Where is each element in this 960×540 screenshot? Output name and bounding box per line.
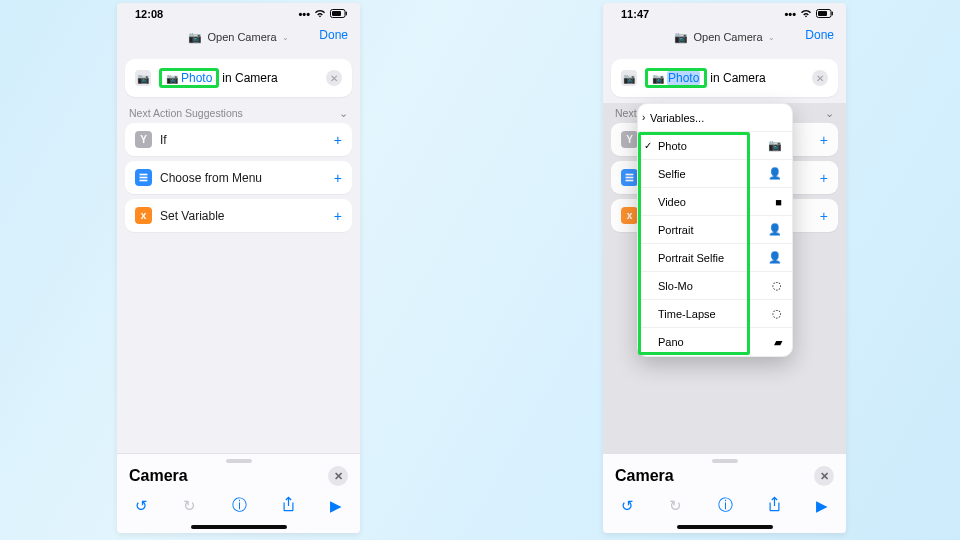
- mode-option-photo[interactable]: ✓ Photo 📷: [638, 132, 792, 160]
- bottom-title: Camera: [129, 467, 188, 485]
- row-label: Set Variable: [160, 209, 224, 223]
- mode-option-slomo[interactable]: Slo-Mo ◌: [638, 272, 792, 300]
- camera-icon: 📷: [768, 139, 782, 152]
- suggestions-list: Y If + ☰ Choose from Menu + x Set Variab…: [125, 123, 352, 232]
- mode-option-pano[interactable]: Pano ▰: [638, 328, 792, 356]
- variable-icon: x: [621, 207, 638, 224]
- camera-icon: 📷: [188, 31, 202, 44]
- clock: 12:08: [135, 8, 163, 20]
- bottom-title: Camera: [615, 467, 674, 485]
- home-indicator: [191, 525, 287, 529]
- chevron-right-icon: ›: [642, 112, 645, 123]
- mode-token[interactable]: 📷 Photo: [645, 68, 707, 88]
- option-label: Video: [658, 196, 686, 208]
- share-button[interactable]: [282, 496, 295, 515]
- grabber[interactable]: [712, 459, 738, 463]
- header: 📷 Open Camera ⌄ Done: [603, 21, 846, 53]
- mode-token-label: Photo: [181, 71, 212, 85]
- add-icon[interactable]: +: [334, 170, 342, 186]
- clear-action-button[interactable]: ✕: [812, 70, 828, 86]
- timelapse-icon: ◌: [772, 307, 782, 320]
- action-app-icon: 📷: [135, 70, 151, 86]
- redo-button[interactable]: ↻: [669, 497, 682, 515]
- variables-row[interactable]: › Variables...: [638, 104, 792, 132]
- cellular-icon: •••: [298, 8, 310, 20]
- mode-option-portrait-selfie[interactable]: Portrait Selfie 👤: [638, 244, 792, 272]
- video-icon: ■: [775, 196, 782, 208]
- status-icons: •••: [298, 8, 348, 20]
- info-button[interactable]: ⓘ: [232, 496, 247, 515]
- option-label: Portrait Selfie: [658, 252, 724, 264]
- status-icons: •••: [784, 8, 834, 20]
- title-pill[interactable]: 📷 Open Camera ⌄: [182, 27, 294, 48]
- check-icon: ✓: [644, 140, 652, 151]
- undo-button[interactable]: ↺: [621, 497, 634, 515]
- action-tail: in Camera: [222, 71, 277, 85]
- option-label: Portrait: [658, 224, 693, 236]
- chevron-down-icon: ⌄: [339, 107, 348, 119]
- done-button[interactable]: Done: [319, 28, 348, 42]
- clear-action-button[interactable]: ✕: [326, 70, 342, 86]
- suggestion-set-variable[interactable]: x Set Variable +: [125, 199, 352, 232]
- mode-option-video[interactable]: Video ■: [638, 188, 792, 216]
- pano-icon: ▰: [774, 336, 782, 349]
- add-icon[interactable]: +: [334, 208, 342, 224]
- action-tail: in Camera: [710, 71, 765, 85]
- status-bar: 12:08 •••: [117, 3, 360, 21]
- mode-option-selfie[interactable]: Selfie 👤: [638, 160, 792, 188]
- clock: 11:47: [621, 8, 649, 20]
- cellular-icon: •••: [784, 8, 796, 20]
- menu-icon: ☰: [135, 169, 152, 186]
- person-icon: 👤: [768, 223, 782, 236]
- suggestion-choose-menu[interactable]: ☰ Choose from Menu +: [125, 161, 352, 194]
- add-icon[interactable]: +: [820, 170, 828, 186]
- chevron-down-icon: ⌄: [768, 33, 775, 42]
- share-button[interactable]: [768, 496, 781, 515]
- run-button[interactable]: ▶: [816, 497, 828, 515]
- info-button[interactable]: ⓘ: [718, 496, 733, 515]
- mode-popup: › Variables... ✓ Photo 📷 Selfie 👤 Video …: [637, 103, 793, 357]
- slomo-icon: ◌: [772, 279, 782, 292]
- title-label: Open Camera: [207, 31, 276, 43]
- toolbar: ↺ ↻ ⓘ ▶: [603, 492, 846, 523]
- battery-icon: [816, 8, 834, 20]
- option-label: Selfie: [658, 168, 686, 180]
- bottom-sheet: Camera ✕ ↺ ↻ ⓘ ▶: [603, 453, 846, 533]
- add-icon[interactable]: +: [334, 132, 342, 148]
- mode-option-portrait[interactable]: Portrait 👤: [638, 216, 792, 244]
- svg-rect-4: [818, 11, 827, 16]
- add-icon[interactable]: +: [820, 208, 828, 224]
- if-icon: Y: [135, 131, 152, 148]
- variables-label: Variables...: [650, 112, 704, 124]
- undo-button[interactable]: ↺: [135, 497, 148, 515]
- svg-rect-1: [332, 11, 341, 16]
- mode-token-label: Photo: [667, 71, 700, 85]
- camera-icon: 📷: [166, 73, 178, 84]
- option-label: Photo: [658, 140, 687, 152]
- wifi-icon: [314, 8, 326, 20]
- mode-option-timelapse[interactable]: Time-Lapse ◌: [638, 300, 792, 328]
- action-card[interactable]: 📷 📷 Photo in Camera ✕: [125, 59, 352, 97]
- close-sheet-button[interactable]: ✕: [328, 466, 348, 486]
- suggestions-header[interactable]: Next Action Suggestions ⌄: [129, 107, 348, 119]
- add-icon[interactable]: +: [820, 132, 828, 148]
- variable-icon: x: [135, 207, 152, 224]
- row-label: If: [160, 133, 167, 147]
- done-button[interactable]: Done: [805, 28, 834, 42]
- status-bar: 11:47 •••: [603, 3, 846, 21]
- grabber[interactable]: [226, 459, 252, 463]
- close-sheet-button[interactable]: ✕: [814, 466, 834, 486]
- row-label: Choose from Menu: [160, 171, 262, 185]
- person-icon: 👤: [768, 251, 782, 264]
- suggestion-if[interactable]: Y If +: [125, 123, 352, 156]
- redo-button[interactable]: ↻: [183, 497, 196, 515]
- mode-token[interactable]: 📷 Photo: [159, 68, 219, 88]
- action-card[interactable]: 📷 📷 Photo in Camera ✕: [611, 59, 838, 97]
- title-label: Open Camera: [693, 31, 762, 43]
- home-indicator: [677, 525, 773, 529]
- svg-rect-5: [832, 11, 833, 15]
- title-pill[interactable]: 📷 Open Camera ⌄: [668, 27, 780, 48]
- section-label: Next Action Suggestions: [129, 107, 243, 119]
- option-label: Slo-Mo: [658, 280, 693, 292]
- run-button[interactable]: ▶: [330, 497, 342, 515]
